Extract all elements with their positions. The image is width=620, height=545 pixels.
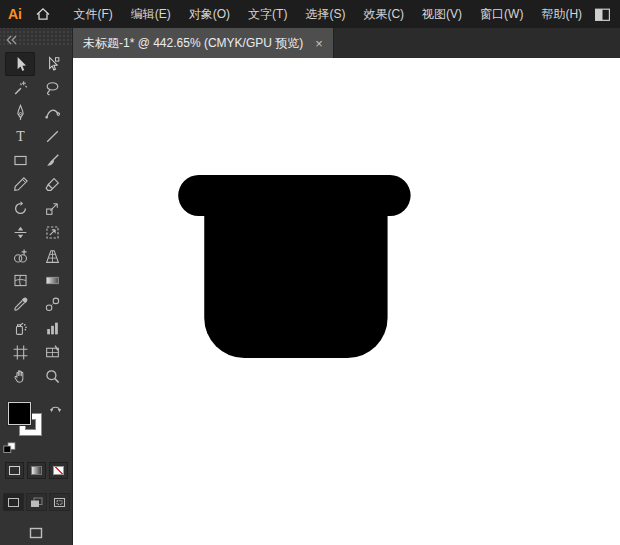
hand-icon [12, 368, 29, 385]
app-logo: Ai [0, 0, 30, 28]
paintbrush-icon [44, 152, 61, 169]
canvas[interactable] [73, 58, 620, 545]
direct-selection-icon [44, 56, 61, 73]
menu-item-1[interactable]: 编辑(E) [122, 0, 180, 28]
artboard-icon [12, 344, 29, 361]
default-fill-stroke-icon [3, 442, 16, 454]
gradient-tool[interactable] [37, 268, 67, 292]
curvature-tool[interactable] [37, 100, 67, 124]
slice-icon [44, 344, 61, 361]
selection-tool[interactable] [5, 52, 35, 76]
selection-icon [12, 56, 29, 73]
arrange-documents-icon [594, 6, 611, 23]
document-tab[interactable]: 未标题-1* @ 442.65% (CMYK/GPU 预览) × [73, 28, 334, 58]
artwork-shape-1[interactable] [204, 175, 387, 358]
hand-tool[interactable] [5, 364, 35, 388]
zoom-icon [44, 368, 61, 385]
type-tool[interactable]: T [5, 124, 35, 148]
drawing-mode-buttons [3, 493, 70, 511]
none-mode-button[interactable] [49, 462, 68, 479]
color-mode-button[interactable] [5, 462, 24, 479]
symbol-sprayer-icon [12, 320, 29, 337]
direct-selection-tool[interactable] [37, 52, 67, 76]
free-transform-tool[interactable] [37, 220, 67, 244]
pencil-icon [12, 176, 29, 193]
eyedropper-icon [12, 296, 29, 313]
work-area: 未标题-1* @ 442.65% (CMYK/GPU 预览) × [73, 28, 620, 545]
menu-item-7[interactable]: 窗口(W) [471, 0, 532, 28]
rotate-icon [12, 200, 29, 217]
pencil-tool[interactable] [5, 172, 35, 196]
rectangle-tool[interactable] [5, 148, 35, 172]
type-icon: T [12, 128, 29, 145]
lasso-tool[interactable] [37, 76, 67, 100]
gradient-mode-button[interactable] [27, 462, 46, 479]
fill-swatch[interactable] [8, 402, 31, 425]
rotate-tool[interactable] [5, 196, 35, 220]
menu-item-8[interactable]: 帮助(H) [532, 0, 591, 28]
eyedropper-tool[interactable] [5, 292, 35, 316]
eraser-tool[interactable] [37, 172, 67, 196]
fill-stroke-widget [6, 400, 66, 446]
screen-mode-icon [29, 527, 43, 539]
menu-bar: Ai 文件(F)编辑(E)对象(O)文字(T)选择(S)效果(C)视图(V)窗口… [0, 0, 620, 28]
zoom-tool[interactable] [37, 364, 67, 388]
shape-builder-tool[interactable] [5, 244, 35, 268]
lasso-icon [44, 80, 61, 97]
draw-behind-button[interactable] [26, 493, 47, 511]
column-graph-tool[interactable] [37, 316, 67, 340]
swap-fill-stroke-button[interactable] [49, 400, 62, 411]
scale-icon [44, 200, 61, 217]
menu-item-6[interactable]: 视图(V) [413, 0, 471, 28]
line-segment-icon [44, 128, 61, 145]
symbol-sprayer-tool[interactable] [5, 316, 35, 340]
width-icon [12, 224, 29, 241]
rectangle-icon [12, 152, 29, 169]
eraser-icon [44, 176, 61, 193]
menu-item-4[interactable]: 选择(S) [296, 0, 354, 28]
slice-tool[interactable] [37, 340, 67, 364]
magic-wand-tool[interactable] [5, 76, 35, 100]
paintbrush-tool[interactable] [37, 148, 67, 172]
draw-normal-icon [7, 497, 20, 508]
draw-behind-icon [30, 497, 43, 508]
arrange-documents-button[interactable] [591, 0, 614, 28]
document-tab-strip: 未标题-1* @ 442.65% (CMYK/GPU 预览) × [73, 28, 620, 58]
color-mode-icon [9, 466, 20, 475]
tools-panel: T [0, 28, 73, 545]
screen-mode-button[interactable] [29, 525, 43, 543]
artwork-svg [73, 58, 620, 545]
magic-wand-icon [12, 80, 29, 97]
close-tab-button[interactable]: × [315, 37, 323, 50]
illustrator-window: Ai 文件(F)编辑(E)对象(O)文字(T)选择(S)效果(C)视图(V)窗口… [0, 0, 620, 545]
document-tab-title: 未标题-1* @ 442.65% (CMYK/GPU 预览) [83, 35, 303, 52]
default-fill-stroke-button[interactable] [3, 440, 16, 452]
menu-item-0[interactable]: 文件(F) [64, 0, 121, 28]
perspective-grid-tool[interactable] [37, 244, 67, 268]
perspective-grid-icon [44, 248, 61, 265]
blend-icon [44, 296, 61, 313]
menu-item-2[interactable]: 对象(O) [180, 0, 239, 28]
width-tool[interactable] [5, 220, 35, 244]
draw-inside-icon [53, 497, 66, 508]
scale-tool[interactable] [37, 196, 67, 220]
menu-item-3[interactable]: 文字(T) [239, 0, 296, 28]
paint-style-buttons [5, 462, 68, 479]
main-area: T [0, 28, 620, 545]
draw-normal-button[interactable] [3, 493, 24, 511]
curvature-icon [44, 104, 61, 121]
draw-inside-button[interactable] [49, 493, 70, 511]
mesh-icon [12, 272, 29, 289]
home-button[interactable] [30, 0, 56, 28]
blend-tool[interactable] [37, 292, 67, 316]
line-segment-tool[interactable] [37, 124, 67, 148]
menu-item-5[interactable]: 效果(C) [354, 0, 413, 28]
swap-fill-stroke-icon [49, 403, 62, 414]
mesh-tool[interactable] [5, 268, 35, 292]
free-transform-icon [44, 224, 61, 241]
column-graph-icon [44, 320, 61, 337]
svg-text:T: T [16, 129, 25, 144]
collapse-panel-button[interactable] [5, 34, 18, 46]
pen-tool[interactable] [5, 100, 35, 124]
artboard-tool[interactable] [5, 340, 35, 364]
